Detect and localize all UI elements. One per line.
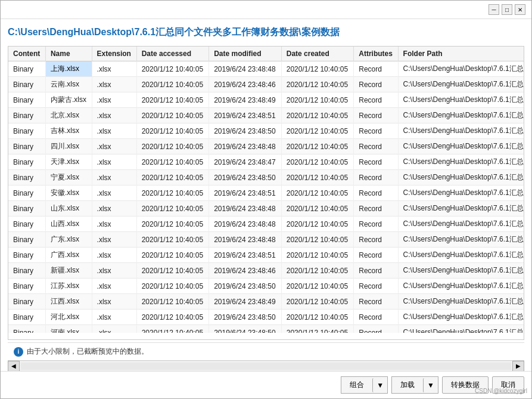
table-scroll-area[interactable]: Content Name Extension Date accessed Dat… [8,47,524,333]
scroll-track[interactable] [21,363,511,370]
table-cell-2: .xlsx [92,201,136,216]
table-cell-6: Record [354,216,398,232]
table-row[interactable]: Binary吉林.xlsx.xlsx2020/1/12 10:40:052019… [8,123,524,139]
table-cell-3: 2020/1/12 10:40:05 [136,310,209,325]
table-cell-1: 山东.xlsx [45,201,92,216]
bottom-bar: 组合 ▼ 加载 ▼ 转换数据 取消 [1,371,531,398]
table-cell-5: 2020/1/12 10:40:05 [281,201,354,216]
table-cell-2: .xlsx [92,216,136,232]
table-row[interactable]: Binary山西.xlsx.xlsx2020/1/12 10:40:052019… [8,216,524,232]
table-header-row: Content Name Extension Date accessed Dat… [8,47,524,61]
load-button-group: 加载 ▼ [391,376,438,394]
col-header-date-accessed: Date accessed [136,47,209,61]
table-cell-4: 2019/6/24 23:48:48 [209,139,282,154]
table-row[interactable]: Binary广东.xlsx.xlsx2020/1/12 10:40:052019… [8,232,524,248]
table-cell-6: Record [354,232,398,248]
table-cell-1: 上海.xlsx [45,61,92,77]
table-cell-1: 江西.xlsx [45,294,92,310]
main-window: ─ □ ✕ C:\Users\DengHua\Desktop\7.6.1汇总同个… [0,0,532,399]
table-row[interactable]: Binary河北.xlsx.xlsx2020/1/12 10:40:052019… [8,310,524,325]
table-row[interactable]: Binary河南.xlsx.xlsx2020/1/12 10:40:052019… [8,325,524,333]
table-cell-5: 2020/1/12 10:40:05 [281,232,354,248]
table-cell-5: 2020/1/12 10:40:05 [281,154,354,170]
table-cell-5: 2020/1/12 10:40:05 [281,77,354,92]
table-cell-5: 2020/1/12 10:40:05 [281,123,354,139]
combine-button[interactable]: 组合 [341,377,372,393]
table-row[interactable]: Binary云南.xlsx.xlsx2020/1/12 10:40:052019… [8,77,524,92]
table-cell-6: Record [354,294,398,310]
table-cell-5: 2020/1/12 10:40:05 [281,108,354,123]
table-cell-6: Record [354,61,398,77]
table-cell-0: Binary [8,61,45,77]
load-dropdown-button[interactable]: ▼ [423,378,438,392]
table-cell-5: 2020/1/12 10:40:05 [281,248,354,263]
table-cell-2: .xlsx [92,77,136,92]
table-cell-3: 2020/1/12 10:40:05 [136,77,209,92]
close-button[interactable]: ✕ [515,4,525,15]
table-row[interactable]: Binary安徽.xlsx.xlsx2020/1/12 10:40:052019… [8,185,524,201]
table-cell-0: Binary [8,185,45,201]
table-row[interactable]: Binary上海.xlsx.xlsx2020/1/12 10:40:052019… [8,61,524,77]
table-cell-6: Record [354,170,398,185]
table-cell-7: C:\Users\DengHua\Desktop\7.6.1汇总同个 [398,294,524,310]
table-cell-2: .xlsx [92,185,136,201]
table-cell-6: Record [354,123,398,139]
table-cell-3: 2020/1/12 10:40:05 [136,216,209,232]
data-table: Content Name Extension Date accessed Dat… [8,47,524,333]
table-row[interactable]: Binary四川.xlsx.xlsx2020/1/12 10:40:052019… [8,139,524,154]
horizontal-scrollbar[interactable]: ◀ ▶ [8,360,524,371]
table-cell-6: Record [354,154,398,170]
table-cell-7: C:\Users\DengHua\Desktop\7.6.1汇总同个 [398,139,524,154]
table-cell-2: .xlsx [92,294,136,310]
table-row[interactable]: Binary天津.xlsx.xlsx2020/1/12 10:40:052019… [8,154,524,170]
table-row[interactable]: Binary山东.xlsx.xlsx2020/1/12 10:40:052019… [8,201,524,216]
table-cell-4: 2019/6/24 23:48:46 [209,263,282,279]
table-cell-6: Record [354,139,398,154]
table-cell-3: 2020/1/12 10:40:05 [136,92,209,108]
table-cell-7: C:\Users\DengHua\Desktop\7.6.1汇总同个 [398,248,524,263]
scroll-right-button[interactable]: ▶ [512,361,524,372]
table-cell-2: .xlsx [92,139,136,154]
table-cell-0: Binary [8,139,45,154]
scroll-left-button[interactable]: ◀ [8,361,20,372]
table-cell-7: C:\Users\DengHua\Desktop\7.6.1汇总同个 [398,154,524,170]
table-cell-3: 2020/1/12 10:40:05 [136,325,209,333]
table-cell-0: Binary [8,201,45,216]
table-cell-0: Binary [8,263,45,279]
table-cell-0: Binary [8,170,45,185]
maximize-button[interactable]: □ [502,4,512,15]
combine-dropdown-button[interactable]: ▼ [372,378,387,392]
table-cell-3: 2020/1/12 10:40:05 [136,294,209,310]
table-row[interactable]: Binary江苏.xlsx.xlsx2020/1/12 10:40:052019… [8,279,524,294]
table-cell-6: Record [354,310,398,325]
table-cell-4: 2019/6/24 23:48:51 [209,185,282,201]
table-row[interactable]: Binary宁夏.xlsx.xlsx2020/1/12 10:40:052019… [8,170,524,185]
table-cell-4: 2019/6/24 23:48:49 [209,294,282,310]
table-cell-1: 安徽.xlsx [45,185,92,201]
table-cell-2: .xlsx [92,325,136,333]
table-cell-6: Record [354,77,398,92]
col-header-content: Content [8,47,45,61]
table-cell-3: 2020/1/12 10:40:05 [136,108,209,123]
watermark: CSDN @kidcozygirl [475,388,527,394]
table-cell-2: .xlsx [92,92,136,108]
table-cell-3: 2020/1/12 10:40:05 [136,201,209,216]
table-cell-6: Record [354,263,398,279]
table-row[interactable]: Binary北京.xlsx.xlsx2020/1/12 10:40:052019… [8,108,524,123]
table-row[interactable]: Binary江西.xlsx.xlsx2020/1/12 10:40:052019… [8,294,524,310]
table-cell-5: 2020/1/12 10:40:05 [281,294,354,310]
table-cell-6: Record [354,201,398,216]
table-cell-3: 2020/1/12 10:40:05 [136,263,209,279]
table-row[interactable]: Binary内蒙古.xlsx.xlsx2020/1/12 10:40:05201… [8,92,524,108]
minimize-button[interactable]: ─ [489,4,499,15]
table-cell-4: 2019/6/24 23:48:50 [209,310,282,325]
table-cell-3: 2020/1/12 10:40:05 [136,123,209,139]
table-cell-2: .xlsx [92,248,136,263]
load-button[interactable]: 加载 [392,377,423,393]
table-cell-1: 吉林.xlsx [45,123,92,139]
table-cell-0: Binary [8,92,45,108]
table-cell-7: C:\Users\DengHua\Desktop\7.6.1汇总同个 [398,108,524,123]
table-row[interactable]: Binary新疆.xlsx.xlsx2020/1/12 10:40:052019… [8,263,524,279]
table-cell-1: 广西.xlsx [45,248,92,263]
table-row[interactable]: Binary广西.xlsx.xlsx2020/1/12 10:40:052019… [8,248,524,263]
